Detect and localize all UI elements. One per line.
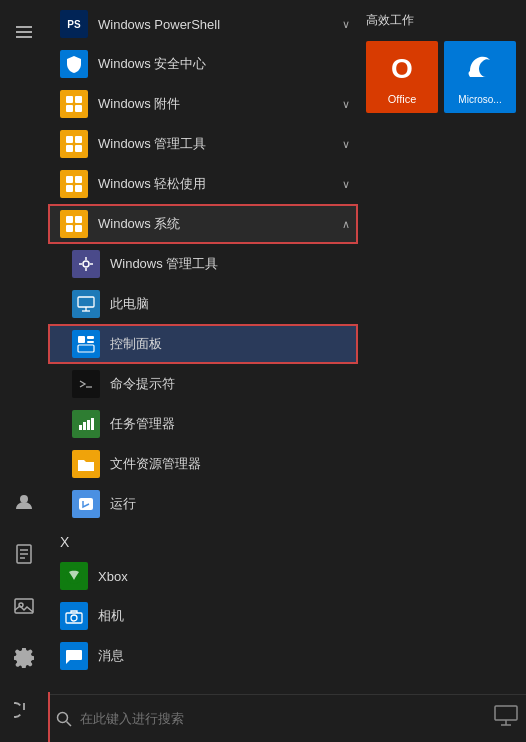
monitor-icon [494, 705, 518, 732]
msg-icon [60, 642, 88, 670]
app-item-cmd[interactable]: 命令提示符 [48, 364, 358, 404]
user-icon [14, 492, 34, 512]
search-icon-wrap [56, 711, 72, 727]
chevron-admin: ∨ [342, 138, 350, 151]
svg-rect-31 [78, 336, 85, 343]
svg-rect-32 [87, 336, 94, 339]
app-item-admin[interactable]: Windows 管理工具 ∨ [48, 124, 358, 164]
easy-icon [60, 170, 88, 198]
run-icon [72, 490, 100, 518]
tiles-grid: O Office Microso... [366, 41, 518, 113]
accessories-icon [60, 90, 88, 118]
app-label-xbox: Xbox [98, 569, 350, 584]
edge-logo [462, 49, 498, 92]
app-item-explorer[interactable]: 文件资源管理器 [48, 444, 358, 484]
settings-icon [14, 648, 34, 668]
app-item-cpanel[interactable]: 控制面板 [48, 324, 358, 364]
svg-rect-21 [66, 225, 73, 232]
security-icon [60, 50, 88, 78]
power-icon [14, 700, 34, 720]
chevron-powershell: ∨ [342, 18, 350, 31]
admin-icon [60, 130, 88, 158]
svg-rect-34 [78, 345, 94, 352]
app-item-security[interactable]: Windows 安全中心 [48, 44, 358, 84]
xbox-icon [60, 562, 88, 590]
chevron-system: ∧ [342, 218, 350, 231]
svg-rect-37 [83, 422, 86, 430]
app-item-easy[interactable]: Windows 轻松使用 ∨ [48, 164, 358, 204]
start-menu: PS Windows PowerShell ∨ Windows 安全中心 Win… [0, 0, 526, 742]
sidebar [0, 0, 48, 742]
app-label-admin: Windows 管理工具 [98, 135, 332, 153]
svg-rect-13 [66, 145, 73, 152]
svg-rect-38 [87, 420, 90, 430]
app-label-camera: 相机 [98, 607, 350, 625]
settings-button[interactable] [0, 634, 48, 682]
search-input[interactable] [80, 711, 486, 726]
power-button[interactable] [0, 686, 48, 734]
svg-point-43 [71, 615, 77, 621]
app-label-cpanel: 控制面板 [110, 335, 350, 353]
manage2-icon [72, 250, 100, 278]
app-item-run[interactable]: 运行 [48, 484, 358, 524]
tile-edge[interactable]: Microso... [444, 41, 516, 113]
svg-rect-12 [75, 136, 82, 143]
app-label-explorer: 文件资源管理器 [110, 455, 350, 473]
photo-icon [14, 597, 34, 615]
svg-rect-19 [66, 216, 73, 223]
svg-point-23 [83, 261, 89, 267]
app-item-pc[interactable]: 此电脑 [48, 284, 358, 324]
app-label-taskmgr: 任务管理器 [110, 415, 350, 433]
chevron-easy: ∨ [342, 178, 350, 191]
chevron-accessories: ∨ [342, 98, 350, 111]
app-label-accessories: Windows 附件 [98, 95, 332, 113]
tile-office-label: Office [388, 93, 417, 105]
app-item-manage2[interactable]: Windows 管理工具 [48, 244, 358, 284]
app-item-taskmgr[interactable]: 任务管理器 [48, 404, 358, 444]
svg-rect-7 [66, 96, 73, 103]
app-item-xbox[interactable]: Xbox [48, 556, 358, 596]
app-item-accessories[interactable]: Windows 附件 ∨ [48, 84, 358, 124]
photo-button[interactable] [0, 582, 48, 630]
hamburger-button[interactable] [0, 8, 48, 56]
app-label-msg: 消息 [98, 647, 350, 665]
pc-icon [72, 290, 100, 318]
svg-rect-17 [66, 185, 73, 192]
app-label-security: Windows 安全中心 [98, 55, 350, 73]
svg-rect-10 [75, 105, 82, 112]
svg-rect-15 [66, 176, 73, 183]
app-label-system: Windows 系统 [98, 215, 332, 233]
section-x: X [48, 524, 358, 556]
powershell-icon: PS [60, 10, 88, 38]
camera-icon [60, 602, 88, 630]
sidebar-bottom [0, 478, 48, 734]
document-button[interactable] [0, 530, 48, 578]
user-button[interactable] [0, 478, 48, 526]
system-icon [60, 210, 88, 238]
app-label-manage2: Windows 管理工具 [110, 255, 350, 273]
tiles-header: 高效工作 [366, 8, 518, 33]
app-item-powershell[interactable]: PS Windows PowerShell ∨ [48, 4, 358, 44]
svg-rect-20 [75, 216, 82, 223]
svg-rect-39 [91, 418, 94, 430]
app-label-cmd: 命令提示符 [110, 375, 350, 393]
svg-line-48 [67, 721, 72, 726]
svg-point-47 [58, 712, 68, 722]
search-bar [48, 694, 526, 742]
office-logo: O [384, 50, 420, 91]
tile-edge-label: Microso... [458, 94, 501, 105]
app-item-msg[interactable]: 消息 [48, 636, 358, 676]
app-item-camera[interactable]: 相机 [48, 596, 358, 636]
svg-rect-22 [75, 225, 82, 232]
app-label-run: 运行 [110, 495, 350, 513]
svg-rect-8 [75, 96, 82, 103]
app-label-easy: Windows 轻松使用 [98, 175, 332, 193]
svg-point-0 [20, 495, 28, 503]
search-icon [56, 711, 72, 727]
app-item-system[interactable]: Windows 系统 ∧ [48, 204, 358, 244]
svg-text:O: O [391, 53, 413, 84]
svg-rect-18 [75, 185, 82, 192]
tiles-panel: 高效工作 O Office [358, 0, 526, 694]
tile-office[interactable]: O Office [366, 41, 438, 113]
svg-rect-49 [495, 706, 517, 720]
